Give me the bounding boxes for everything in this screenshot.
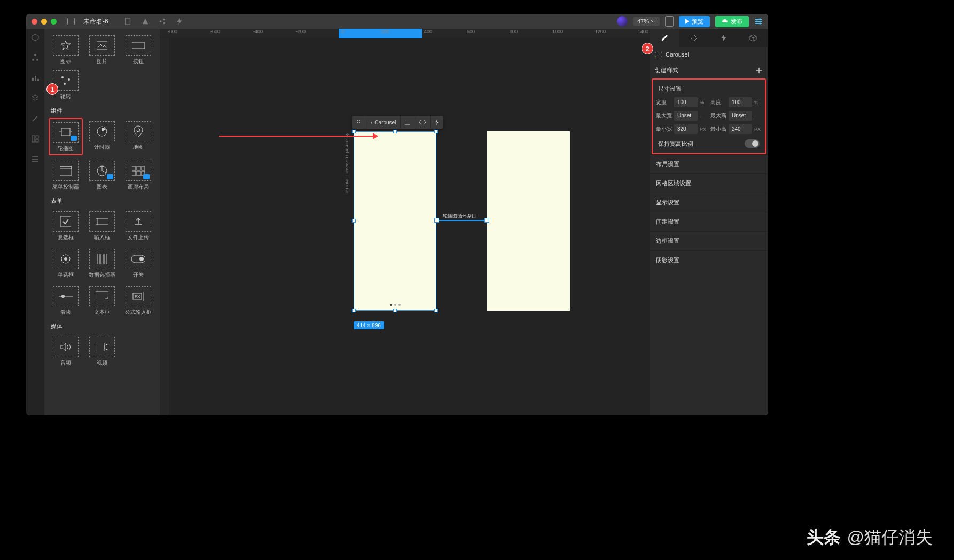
component-label: 轮播图 bbox=[58, 145, 74, 152]
device-preview-icon[interactable] bbox=[665, 16, 674, 27]
close-window-button[interactable] bbox=[32, 19, 37, 25]
layers-icon[interactable] bbox=[31, 94, 40, 102]
resize-handle[interactable] bbox=[352, 219, 356, 223]
svg-rect-14 bbox=[36, 136, 38, 138]
accordion-spacing[interactable]: 间距设置 bbox=[650, 212, 768, 231]
artboard-carousel[interactable]: IPHONE · iPhone 11 (414×896) bbox=[354, 131, 436, 311]
artboard-item[interactable] bbox=[487, 131, 570, 311]
component-icon-item[interactable]: 图标 bbox=[49, 32, 83, 67]
timer-icon bbox=[96, 125, 108, 137]
component-audio-item[interactable]: 音频 bbox=[49, 334, 83, 369]
component-chart-item[interactable]: 图表 bbox=[85, 157, 119, 193]
svg-point-3 bbox=[163, 22, 165, 25]
component-input-item[interactable]: 输入框 bbox=[85, 208, 119, 243]
resize-handle[interactable] bbox=[393, 309, 397, 312]
resize-handle[interactable] bbox=[393, 130, 397, 133]
minwidth-label: 最小宽 bbox=[656, 125, 672, 133]
component-slider-item[interactable]: 滑块 bbox=[49, 283, 83, 318]
component-label: 图表 bbox=[97, 183, 107, 191]
page-icon[interactable] bbox=[124, 18, 132, 25]
carousel-dot[interactable] bbox=[390, 304, 392, 306]
component-image-item[interactable]: 图片 bbox=[85, 32, 119, 67]
share-icon[interactable] bbox=[159, 18, 166, 25]
height-unit[interactable]: % bbox=[754, 100, 762, 105]
ruler-tick: 1400 bbox=[638, 29, 648, 34]
component-label: 图片 bbox=[97, 58, 107, 65]
resize-handle[interactable] bbox=[352, 309, 356, 312]
breadcrumb-back-button[interactable]: ‹ Carousel bbox=[366, 116, 401, 129]
minimize-window-button[interactable] bbox=[41, 19, 47, 25]
component-radio-item[interactable]: 单选框 bbox=[49, 246, 83, 281]
stats-icon[interactable] bbox=[31, 74, 40, 82]
accordion-layout[interactable]: 布局设置 bbox=[650, 154, 768, 173]
preview-button[interactable]: 预览 bbox=[679, 16, 710, 27]
box-icon[interactable] bbox=[31, 33, 40, 42]
minwidth-input[interactable] bbox=[674, 124, 698, 134]
user-avatar[interactable] bbox=[617, 16, 628, 27]
component-checkbox-item[interactable]: 复选框 bbox=[49, 208, 83, 243]
layout-icon[interactable] bbox=[31, 135, 40, 143]
component-formula-item[interactable]: FX 公式输入框 bbox=[121, 283, 155, 318]
accordion-shadow[interactable]: 阴影设置 bbox=[650, 250, 768, 270]
tab-layout[interactable] bbox=[679, 29, 709, 47]
create-style-row[interactable]: 创建样式 bbox=[650, 62, 768, 78]
expand-button[interactable] bbox=[401, 116, 415, 129]
height-input[interactable] bbox=[729, 97, 752, 107]
settings-icon[interactable] bbox=[754, 17, 763, 26]
connector-line[interactable] bbox=[436, 220, 487, 221]
component-gallery-item[interactable]: 画廊布局 bbox=[121, 157, 155, 193]
component-menu-controller-item[interactable]: 菜单控制器 bbox=[49, 157, 83, 193]
width-unit[interactable]: % bbox=[700, 100, 707, 105]
minheight-input[interactable] bbox=[729, 124, 752, 134]
maxwidth-unit[interactable]: - bbox=[700, 113, 707, 119]
component-button-item[interactable]: 按钮 bbox=[121, 32, 155, 67]
component-textarea-item[interactable]: 文本框 bbox=[85, 283, 119, 318]
accordion-border[interactable]: 边框设置 bbox=[650, 231, 768, 250]
component-video-item[interactable]: 视频 bbox=[85, 334, 119, 369]
svg-point-5 bbox=[756, 21, 758, 22]
list-icon[interactable] bbox=[31, 155, 40, 163]
component-picker-item[interactable]: 数据选择器 bbox=[85, 246, 119, 281]
component-timer-item[interactable]: 计时器 bbox=[85, 118, 119, 155]
tab-style[interactable] bbox=[650, 29, 679, 47]
component-switch-item[interactable]: 开关 bbox=[121, 246, 155, 281]
resize-handle[interactable] bbox=[434, 130, 438, 133]
resize-handle[interactable] bbox=[352, 130, 356, 133]
tab-more[interactable] bbox=[739, 29, 769, 47]
carousel-dot[interactable] bbox=[394, 304, 396, 306]
drag-handle[interactable] bbox=[352, 116, 366, 129]
publish-button[interactable]: 发布 bbox=[715, 16, 749, 27]
bolt-icon[interactable] bbox=[176, 18, 183, 25]
bolt-button[interactable] bbox=[431, 116, 443, 129]
color-icon[interactable] bbox=[142, 18, 149, 25]
width-input[interactable] bbox=[674, 97, 698, 107]
svg-rect-16 bbox=[97, 41, 107, 50]
svg-rect-12 bbox=[37, 79, 39, 81]
maximize-window-button[interactable] bbox=[51, 19, 57, 25]
tab-actions[interactable] bbox=[709, 29, 739, 47]
component-map-item[interactable]: 地图 bbox=[121, 118, 155, 155]
carousel-dot[interactable] bbox=[398, 304, 401, 306]
aspect-ratio-toggle[interactable] bbox=[745, 139, 760, 148]
component-upload-item[interactable]: 文件上传 bbox=[121, 208, 155, 243]
maxheight-input[interactable] bbox=[729, 111, 752, 121]
resize-handle[interactable] bbox=[434, 309, 438, 312]
canvas[interactable]: -800 -600 -400 -200 0 200 400 600 800 10… bbox=[160, 29, 650, 415]
maxwidth-input[interactable] bbox=[674, 111, 698, 121]
minheight-unit[interactable]: PX bbox=[754, 127, 762, 132]
ruler-tick: 800 bbox=[510, 29, 518, 34]
maxheight-unit[interactable]: - bbox=[754, 113, 762, 119]
wand-icon[interactable] bbox=[31, 114, 40, 123]
svg-point-1 bbox=[159, 20, 161, 22]
tree-icon[interactable] bbox=[31, 53, 40, 62]
switch-icon bbox=[131, 255, 145, 263]
svg-rect-52 bbox=[405, 120, 410, 125]
plus-icon[interactable] bbox=[755, 67, 763, 74]
accordion-grid[interactable]: 网格区域设置 bbox=[650, 173, 768, 193]
component-carousel-item[interactable]: 轮播图 bbox=[49, 118, 83, 155]
svg-rect-13 bbox=[32, 136, 35, 142]
zoom-dropdown[interactable]: 47% bbox=[633, 17, 660, 26]
minwidth-unit[interactable]: PX bbox=[700, 127, 707, 132]
accordion-display[interactable]: 显示设置 bbox=[650, 193, 768, 212]
code-button[interactable] bbox=[415, 116, 431, 129]
